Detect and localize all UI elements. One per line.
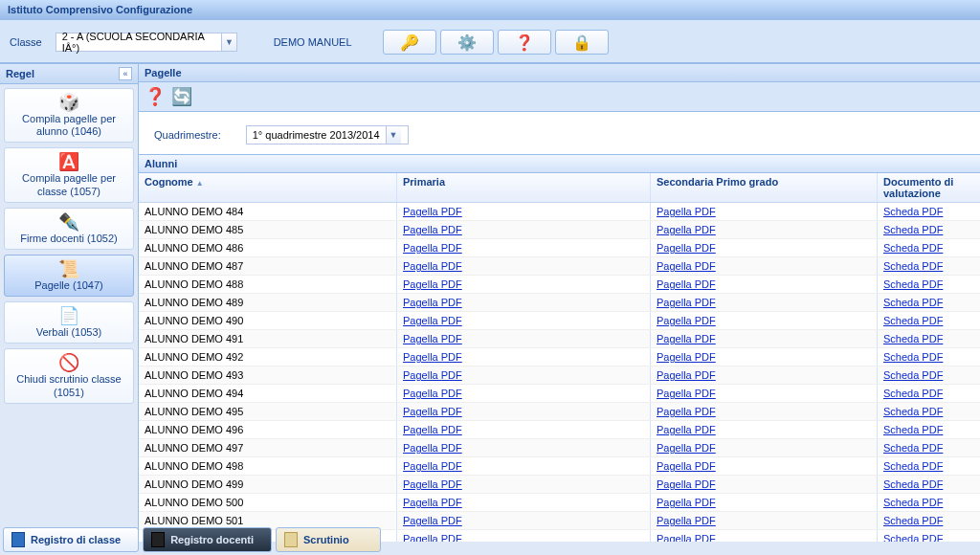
bottom-tab[interactable]: Scrutinio (276, 527, 381, 552)
refresh-icon[interactable]: 🔄 (171, 86, 192, 107)
scheda-documento-link[interactable]: Scheda PDF (883, 515, 943, 526)
pagella-primaria-link[interactable]: Pagella PDF (403, 369, 462, 381)
pagella-secondaria-link[interactable]: Pagella PDF (657, 315, 716, 326)
pagella-secondaria-link[interactable]: Pagella PDF (657, 224, 716, 235)
table-row: ALUNNO DEMO 495Pagella PDFPagella PDFSch… (139, 403, 980, 421)
grid-title-bar: Alunni (139, 154, 980, 173)
cell-cognome: ALUNNO DEMO 495 (139, 403, 397, 420)
pagella-primaria-link[interactable]: Pagella PDF (403, 351, 462, 363)
settings-button[interactable]: ⚙️ (440, 30, 494, 55)
pagella-primaria-link[interactable]: Pagella PDF (403, 297, 462, 308)
user-name: DEMO MANUEL (274, 36, 352, 48)
pagella-primaria-link[interactable]: Pagella PDF (403, 424, 462, 435)
scheda-documento-link[interactable]: Scheda PDF (883, 260, 943, 272)
key-button[interactable]: 🔑 (383, 30, 436, 55)
sidebar-item[interactable]: 📄Verbali (1053) (4, 301, 134, 344)
pagella-primaria-link[interactable]: Pagella PDF (403, 206, 462, 217)
chevron-down-icon[interactable]: ▼ (221, 33, 235, 51)
sidebar-title: Regel (6, 68, 34, 79)
pagella-primaria-link[interactable]: Pagella PDF (403, 315, 462, 326)
scheda-documento-link[interactable]: Scheda PDF (883, 351, 943, 363)
pagella-primaria-link[interactable]: Pagella PDF (403, 278, 462, 290)
scheda-documento-link[interactable]: Scheda PDF (883, 206, 943, 217)
col-primaria[interactable]: Primaria (397, 173, 651, 202)
pagella-secondaria-link[interactable]: Pagella PDF (657, 388, 716, 399)
help-button[interactable]: ❓ (498, 30, 551, 55)
cell-documento: Scheda PDF (878, 439, 980, 456)
lock-button[interactable]: 🔒 (555, 30, 609, 55)
pagella-primaria-link[interactable]: Pagella PDF (403, 515, 462, 526)
col-cognome[interactable]: Cognome▲ (139, 173, 397, 202)
cell-documento: Scheda PDF (878, 239, 980, 256)
pagella-secondaria-link[interactable]: Pagella PDF (657, 515, 716, 526)
pagella-secondaria-link[interactable]: Pagella PDF (657, 460, 716, 472)
cell-documento: Scheda PDF (878, 294, 980, 311)
pagella-primaria-link[interactable]: Pagella PDF (403, 497, 462, 508)
pagella-secondaria-link[interactable]: Pagella PDF (657, 369, 716, 381)
pagella-secondaria-link[interactable]: Pagella PDF (657, 351, 716, 363)
pagella-primaria-link[interactable]: Pagella PDF (403, 388, 462, 399)
pagella-secondaria-link[interactable]: Pagella PDF (657, 497, 716, 508)
scheda-documento-link[interactable]: Scheda PDF (883, 333, 943, 344)
sidebar-list: 🎲Compila pagelle per alunno (1046)🅰️Comp… (0, 84, 138, 412)
key-icon: 🔑 (400, 33, 419, 52)
pagella-secondaria-link[interactable]: Pagella PDF (657, 333, 716, 344)
col-secondaria[interactable]: Secondaria Primo grado (651, 173, 878, 202)
pagella-primaria-link[interactable]: Pagella PDF (403, 224, 462, 235)
scheda-documento-link[interactable]: Scheda PDF (883, 442, 943, 454)
scheda-documento-link[interactable]: Scheda PDF (883, 388, 943, 399)
pagella-secondaria-link[interactable]: Pagella PDF (657, 206, 716, 217)
pagella-secondaria-link[interactable]: Pagella PDF (657, 242, 716, 254)
scheda-documento-link[interactable]: Scheda PDF (883, 478, 943, 490)
grid-title: Alunni (145, 158, 177, 169)
scheda-documento-link[interactable]: Scheda PDF (883, 242, 943, 254)
quadrimestre-label: Quadrimestre: (154, 129, 221, 141)
scheda-documento-link[interactable]: Scheda PDF (883, 297, 943, 308)
cell-primaria: Pagella PDF (397, 257, 651, 275)
col-documento[interactable]: Documento di valutazione (878, 173, 980, 202)
scheda-documento-link[interactable]: Scheda PDF (883, 460, 943, 472)
classe-combo[interactable]: 2 - A (SCUOLA SECONDARIA IÂ°) ▼ (56, 33, 237, 52)
grid-body: ALUNNO DEMO 484Pagella PDFPagella PDFSch… (139, 203, 980, 542)
cell-documento: Scheda PDF (878, 457, 980, 475)
scheda-documento-link[interactable]: Scheda PDF (883, 278, 943, 290)
pagella-primaria-link[interactable]: Pagella PDF (403, 260, 462, 272)
sidebar-item[interactable]: 🚫Chiudi scrutinio classe (1051) (4, 348, 134, 403)
quadrimestre-combo[interactable]: 1° quadrimestre 2013/2014 ▼ (246, 125, 409, 144)
cell-secondaria: Pagella PDF (651, 366, 878, 384)
cell-documento: Scheda PDF (878, 257, 980, 275)
pagella-secondaria-link[interactable]: Pagella PDF (657, 278, 716, 290)
pagella-primaria-link[interactable]: Pagella PDF (403, 442, 462, 454)
sidebar-item[interactable]: 🎲Compila pagelle per alunno (1046) (4, 88, 134, 143)
help-icon[interactable]: ❓ (145, 86, 166, 107)
collapse-sidebar-button[interactable]: « (119, 67, 132, 80)
pagella-secondaria-link[interactable]: Pagella PDF (657, 478, 716, 490)
pagella-secondaria-link[interactable]: Pagella PDF (657, 406, 716, 417)
pagella-primaria-link[interactable]: Pagella PDF (403, 242, 462, 254)
scheda-documento-link[interactable]: Scheda PDF (883, 224, 943, 235)
pagella-primaria-link[interactable]: Pagella PDF (403, 333, 462, 344)
scheda-documento-link[interactable]: Scheda PDF (883, 315, 943, 326)
scheda-documento-link[interactable]: Scheda PDF (883, 424, 943, 435)
sidebar-item[interactable]: 🅰️Compila pagelle per classe (1057) (4, 147, 134, 202)
scheda-documento-link[interactable]: Scheda PDF (883, 406, 943, 417)
scheda-documento-link[interactable]: Scheda PDF (883, 497, 943, 508)
cell-secondaria: Pagella PDF (651, 439, 878, 456)
pagella-secondaria-link[interactable]: Pagella PDF (657, 260, 716, 272)
pagella-secondaria-link[interactable]: Pagella PDF (657, 297, 716, 308)
classe-label: Classe (10, 36, 42, 48)
sidebar-item[interactable]: 📜Pagelle (1047) (4, 255, 134, 297)
bottom-tab[interactable]: Registro di classe (3, 527, 139, 552)
chevron-down-icon[interactable]: ▼ (386, 126, 401, 144)
pagella-primaria-link[interactable]: Pagella PDF (403, 478, 462, 490)
bottom-tab[interactable]: Registro docenti (143, 527, 272, 552)
cell-primaria: Pagella PDF (397, 366, 651, 384)
cell-primaria: Pagella PDF (397, 294, 651, 311)
scheda-documento-link[interactable]: Scheda PDF (883, 369, 943, 381)
pagella-secondaria-link[interactable]: Pagella PDF (657, 442, 716, 454)
pagella-primaria-link[interactable]: Pagella PDF (403, 406, 462, 417)
sidebar-item[interactable]: ✒️Firme docenti (1052) (4, 208, 134, 250)
cell-secondaria: Pagella PDF (651, 276, 878, 293)
pagella-primaria-link[interactable]: Pagella PDF (403, 460, 462, 472)
pagella-secondaria-link[interactable]: Pagella PDF (657, 424, 716, 435)
